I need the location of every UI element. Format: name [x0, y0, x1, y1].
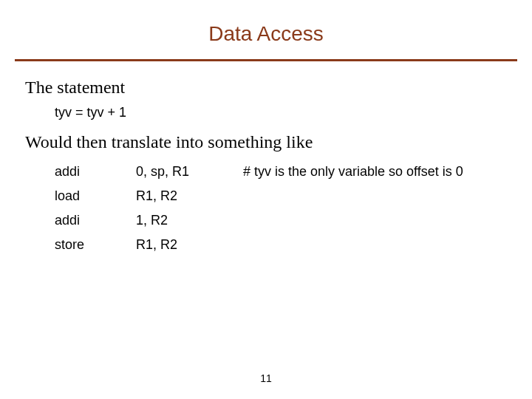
- asm-comment: [243, 184, 463, 208]
- asm-args: R1, R2: [136, 233, 243, 257]
- asm-op: addi: [55, 160, 136, 184]
- asm-op: load: [55, 184, 136, 208]
- asm-row: addi 0, sp, R1 # tyv is the only variabl…: [55, 160, 463, 184]
- asm-comment: [243, 208, 463, 233]
- assembly-listing: addi 0, sp, R1 # tyv is the only variabl…: [55, 160, 463, 257]
- source-statement: tyv = tyv + 1: [55, 105, 507, 120]
- asm-comment: # tyv is the only variable so offset is …: [243, 160, 463, 184]
- intro-line-1: The statement: [25, 78, 507, 98]
- asm-op: addi: [55, 208, 136, 233]
- asm-row: store R1, R2: [55, 233, 463, 257]
- asm-args: 0, sp, R1: [136, 160, 243, 184]
- slide-body: The statement tyv = tyv + 1 Would then t…: [0, 78, 532, 257]
- page-number: 11: [0, 372, 532, 384]
- title-rule: [15, 59, 517, 61]
- intro-line-2: Would then translate into something like: [25, 132, 507, 152]
- asm-op: store: [55, 233, 136, 257]
- asm-args: 1, R2: [136, 208, 243, 233]
- asm-args: R1, R2: [136, 184, 243, 208]
- asm-comment: [243, 233, 463, 257]
- slide: Data Access The statement tyv = tyv + 1 …: [0, 0, 532, 399]
- asm-row: addi 1, R2: [55, 208, 463, 233]
- slide-title: Data Access: [0, 0, 532, 59]
- asm-row: load R1, R2: [55, 184, 463, 208]
